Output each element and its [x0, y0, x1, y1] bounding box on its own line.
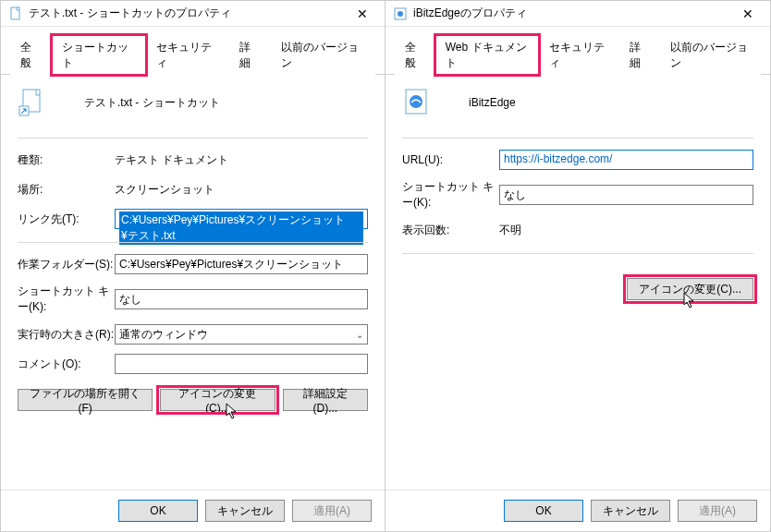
hotkey-input[interactable]: なし — [115, 289, 368, 309]
hotkey-label: ショートカット キー(K): — [402, 179, 499, 211]
tab-body: テスト.txt - ショートカット 種類: テキスト ドキュメント 場所: スク… — [1, 75, 385, 490]
tab-web-document[interactable]: Web ドキュメント — [435, 35, 539, 75]
hotkey-input[interactable]: なし — [499, 185, 753, 205]
change-icon-button[interactable]: アイコンの変更(C)... — [627, 278, 753, 300]
kind-label: 種類: — [18, 152, 115, 168]
run-label: 実行時の大きさ(R): — [18, 327, 115, 343]
ok-button[interactable]: OK — [504, 500, 583, 522]
document-icon — [8, 6, 23, 21]
run-value: 通常のウィンドウ — [119, 327, 208, 343]
tab-security[interactable]: セキュリティ — [539, 35, 619, 75]
target-value: C:¥Users¥Pey¥Pictures¥スクリーンショット¥テスト.txt — [119, 212, 363, 245]
cancel-button[interactable]: キャンセル — [591, 500, 670, 522]
hotkey-label: ショートカット キー(K): — [18, 284, 115, 315]
footer: OK キャンセル 適用(A) — [1, 490, 385, 531]
change-icon-label: アイコンの変更(C)... — [172, 386, 263, 415]
visits-label: 表示回数: — [402, 223, 499, 238]
location-value: スクリーンショット — [115, 182, 368, 198]
titlebar: iBitzEdgeのプロパティ ✕ — [386, 1, 770, 27]
startin-input[interactable]: C:¥Users¥Pey¥Pictures¥スクリーンショット — [115, 254, 368, 274]
tab-general[interactable]: 全般 — [395, 35, 435, 75]
tab-details[interactable]: 詳細 — [229, 35, 271, 75]
shortcut-name: テスト.txt - ショートカット — [84, 95, 220, 111]
internet-shortcut-icon — [393, 6, 408, 21]
target-input[interactable]: C:¥Users¥Pey¥Pictures¥スクリーンショット¥テスト.txt — [115, 209, 368, 229]
icon-row: iBitzEdge — [402, 88, 753, 117]
tab-details[interactable]: 詳細 — [619, 35, 660, 75]
right-properties-dialog: iBitzEdgeのプロパティ ✕ 全般 Web ドキュメント セキュリティ 詳… — [386, 0, 771, 532]
tab-row: 全般 ショートカット セキュリティ 詳細 以前のバージョン — [1, 27, 385, 75]
advanced-button[interactable]: 詳細設定(D)... — [283, 389, 368, 411]
svg-point-4 — [398, 11, 403, 17]
footer: OK キャンセル 適用(A) — [386, 490, 770, 531]
divider — [18, 242, 368, 243]
titlebar-text: iBitzEdgeのプロパティ — [413, 6, 733, 21]
open-file-location-button[interactable]: ファイルの場所を開く(F) — [18, 389, 153, 411]
comment-input[interactable] — [115, 354, 368, 374]
titlebar: テスト.txt - ショートカットのプロパティ ✕ — [1, 1, 385, 27]
divider — [18, 138, 368, 139]
apply-button[interactable]: 適用(A) — [292, 500, 372, 522]
close-icon[interactable]: ✕ — [348, 3, 377, 25]
kind-value: テキスト ドキュメント — [115, 152, 368, 168]
chevron-down-icon: ⌄ — [356, 330, 363, 340]
comment-label: コメント(O): — [18, 357, 115, 372]
hotkey-value: なし — [504, 188, 526, 201]
left-properties-dialog: テスト.txt - ショートカットのプロパティ ✕ 全般 ショートカット セキュ… — [0, 0, 386, 532]
run-combobox[interactable]: 通常のウィンドウ ⌄ — [115, 324, 368, 345]
tab-previous-versions[interactable]: 以前のバージョン — [660, 35, 761, 75]
tab-shortcut[interactable]: ショートカット — [52, 35, 146, 75]
divider — [402, 253, 753, 254]
change-icon-button[interactable]: アイコンの変更(C)... — [160, 389, 275, 411]
hotkey-value: なし — [119, 293, 141, 306]
url-input[interactable]: https://i-bitzedge.com/ — [499, 150, 753, 170]
tab-previous-versions[interactable]: 以前のバージョン — [271, 35, 375, 75]
svg-rect-0 — [11, 7, 19, 19]
target-label: リンク先(T): — [18, 212, 115, 227]
icon-row: テスト.txt - ショートカット — [18, 88, 368, 117]
tab-body: iBitzEdge URL(U): https://i-bitzedge.com… — [386, 75, 770, 490]
cancel-button[interactable]: キャンセル — [205, 500, 285, 522]
startin-label: 作業フォルダー(S): — [18, 257, 115, 272]
url-value: https://i-bitzedge.com/ — [504, 152, 612, 165]
tab-general[interactable]: 全般 — [10, 35, 52, 75]
ok-button[interactable]: OK — [118, 500, 198, 522]
location-label: 場所: — [18, 182, 115, 198]
shortcut-name: iBitzEdge — [469, 96, 516, 109]
shortcut-file-icon — [18, 88, 47, 117]
titlebar-text: テスト.txt - ショートカットのプロパティ — [29, 6, 348, 21]
url-label: URL(U): — [402, 153, 499, 166]
close-icon[interactable]: ✕ — [733, 3, 763, 25]
tab-row: 全般 Web ドキュメント セキュリティ 詳細 以前のバージョン — [386, 27, 770, 75]
edge-shortcut-icon — [402, 88, 432, 117]
startin-value: C:¥Users¥Pey¥Pictures¥スクリーンショット — [119, 258, 343, 271]
visits-value: 不明 — [499, 223, 753, 238]
divider — [402, 138, 753, 139]
change-icon-label: アイコンの変更(C)... — [639, 282, 741, 297]
tab-security[interactable]: セキュリティ — [146, 35, 229, 75]
button-row: ファイルの場所を開く(F) アイコンの変更(C)... 詳細設定(D)... — [18, 389, 368, 411]
apply-button[interactable]: 適用(A) — [678, 500, 757, 522]
button-row: アイコンの変更(C)... — [402, 278, 753, 300]
